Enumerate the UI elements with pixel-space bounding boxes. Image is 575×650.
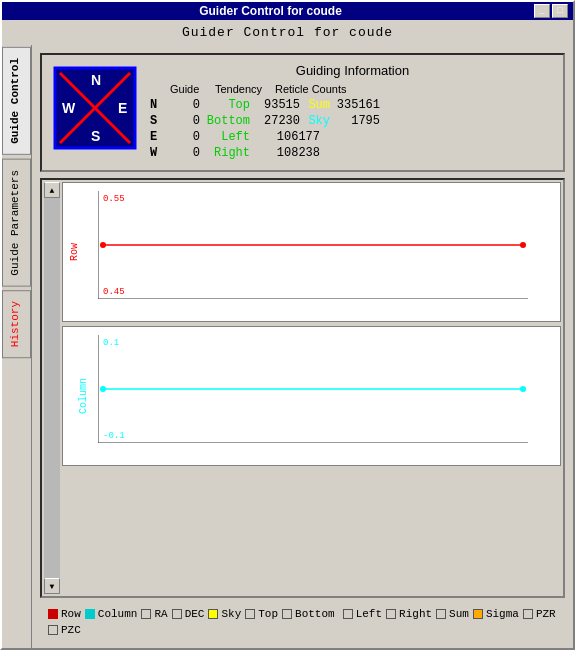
legend-item-sky: Sky xyxy=(208,608,241,620)
dir-s: S xyxy=(150,114,170,128)
row-chart-svg: 0.55 0.5 0.45 0.55 0.45 0 0.2 0.4 0.6 xyxy=(98,191,528,299)
sky-val-s: 1795 xyxy=(330,114,380,128)
guiding-panel: N S W E Guiding Information Guide Tenden… xyxy=(40,53,565,172)
legend-label-sum: Sum xyxy=(449,608,469,620)
val-w: 0 xyxy=(170,146,200,160)
content-area: N S W E Guiding Information Guide Tenden… xyxy=(32,45,573,648)
main-window: Guider Control for coude _ □ Guider Cont… xyxy=(0,0,575,650)
charts-content: Row 0.55 0.5 0.45 xyxy=(62,182,561,594)
svg-text:0.55: 0.55 xyxy=(103,194,125,204)
label-n: Top xyxy=(200,98,250,112)
legend-dot-pzr xyxy=(523,609,533,619)
row-chart: Row 0.55 0.5 0.45 xyxy=(62,182,561,322)
legend-item-dec: DEC xyxy=(172,608,205,620)
window-title: Guider Control for coude xyxy=(7,4,534,18)
scroll-down-button[interactable]: ▼ xyxy=(44,578,60,594)
legend-label-column: Column xyxy=(98,608,138,620)
legend-dot-ra xyxy=(141,609,151,619)
legend-label-pzr: PZR xyxy=(536,608,556,620)
svg-point-39 xyxy=(100,386,106,392)
legend-item-pzr: PZR xyxy=(523,608,556,620)
guiding-info: Guiding Information Guide Tendency Retic… xyxy=(150,63,555,162)
label-w: Right xyxy=(200,146,250,160)
legend-dot-dec xyxy=(172,609,182,619)
legend-dot-left xyxy=(343,609,353,619)
header-reticle: Reticle Counts xyxy=(275,83,555,95)
legend-item-sigma: Sigma xyxy=(473,608,519,620)
legend-dot-sigma xyxy=(473,609,483,619)
charts-with-scroll: ▲ ▼ Row xyxy=(44,182,561,594)
minimize-button[interactable]: _ xyxy=(534,4,550,18)
row-chart-label: Row xyxy=(69,243,80,261)
tab-guide-control[interactable]: Guide Control xyxy=(2,47,31,155)
label-s: Bottom xyxy=(200,114,250,128)
legend-dot-row xyxy=(48,609,58,619)
svg-point-23 xyxy=(520,242,526,248)
legend-label-row: Row xyxy=(61,608,81,620)
label-e: Left xyxy=(200,130,250,144)
legend-item-pzc: PZC xyxy=(48,624,81,636)
legend-dot-sum xyxy=(436,609,446,619)
compass: N S W E xyxy=(50,63,140,153)
svg-text:W: W xyxy=(62,100,76,116)
svg-point-22 xyxy=(100,242,106,248)
title-bar-buttons: _ □ xyxy=(534,4,568,18)
legend-label-dec: DEC xyxy=(185,608,205,620)
maximize-button[interactable]: □ xyxy=(552,4,568,18)
dir-n: N xyxy=(150,98,170,112)
legend-item-ra: RA xyxy=(141,608,167,620)
legend-item-right: Right xyxy=(386,608,432,620)
svg-point-40 xyxy=(520,386,526,392)
legend-label-pzc: PZC xyxy=(61,624,81,636)
svg-text:E: E xyxy=(118,100,127,116)
info-row-e: E 0 Left 106177 xyxy=(150,130,555,144)
val-n: 0 xyxy=(170,98,200,112)
scroll-track xyxy=(44,198,60,578)
legend-label-left: Left xyxy=(356,608,382,620)
legend-label-ra: RA xyxy=(154,608,167,620)
count-w: 108238 xyxy=(250,146,320,160)
vscrollbar: ▲ ▼ xyxy=(44,182,60,594)
header-tendency: Tendency xyxy=(215,83,275,95)
tab-guide-parameters[interactable]: Guide Parameters xyxy=(2,159,31,287)
info-row-n: N 0 Top 93515 Sum 335161 xyxy=(150,98,555,112)
legend-label-bottom: Bottom xyxy=(295,608,335,620)
charts-panel: ▲ ▼ Row xyxy=(40,178,565,598)
legend-label-sigma: Sigma xyxy=(486,608,519,620)
dir-e: E xyxy=(150,130,170,144)
svg-text:S: S xyxy=(91,128,100,144)
info-row-s: S 0 Bottom 27230 Sky 1795 xyxy=(150,114,555,128)
legend-label-top: Top xyxy=(258,608,278,620)
sky-val-n: 335161 xyxy=(330,98,380,112)
legend-dot-column xyxy=(85,609,95,619)
legend-dot-bottom xyxy=(282,609,292,619)
svg-text:0.1: 0.1 xyxy=(103,338,119,348)
legend-item-top: Top xyxy=(245,608,278,620)
svg-text:N: N xyxy=(91,72,101,88)
app-subtitle: Guider Control for coude xyxy=(2,20,573,45)
info-title: Guiding Information xyxy=(150,63,555,78)
count-n: 93515 xyxy=(250,98,300,112)
left-tabs: Guide Control Guide Parameters History xyxy=(2,45,32,648)
info-row-w: W 0 Right 108238 xyxy=(150,146,555,160)
title-bar: Guider Control for coude _ □ xyxy=(2,2,573,20)
sky-label-n: Sum xyxy=(300,98,330,112)
legend-dot-top xyxy=(245,609,255,619)
scroll-up-button[interactable]: ▲ xyxy=(44,182,60,198)
legend-item-row: Row xyxy=(48,608,81,620)
legend-item-bottom: Bottom xyxy=(282,608,335,620)
main-area: Guide Control Guide Parameters History N xyxy=(2,45,573,648)
tab-history[interactable]: History xyxy=(2,290,31,358)
col-chart-svg: 0.1 0 -0.1 0.1 -0.1 0 0.2 0.4 0.6 xyxy=(98,335,528,443)
legend-dot-sky xyxy=(208,609,218,619)
sky-label-s: Sky xyxy=(300,114,330,128)
dir-w: W xyxy=(150,146,170,160)
val-e: 0 xyxy=(170,130,200,144)
legend-bar: Row Column RA DEC Sky xyxy=(40,604,565,640)
legend-label-right: Right xyxy=(399,608,432,620)
legend-item-sum: Sum xyxy=(436,608,469,620)
col-chart: Column 0.1 0 -0.1 0 xyxy=(62,326,561,466)
legend-dot-right xyxy=(386,609,396,619)
val-s: 0 xyxy=(170,114,200,128)
header-blank xyxy=(150,83,170,95)
